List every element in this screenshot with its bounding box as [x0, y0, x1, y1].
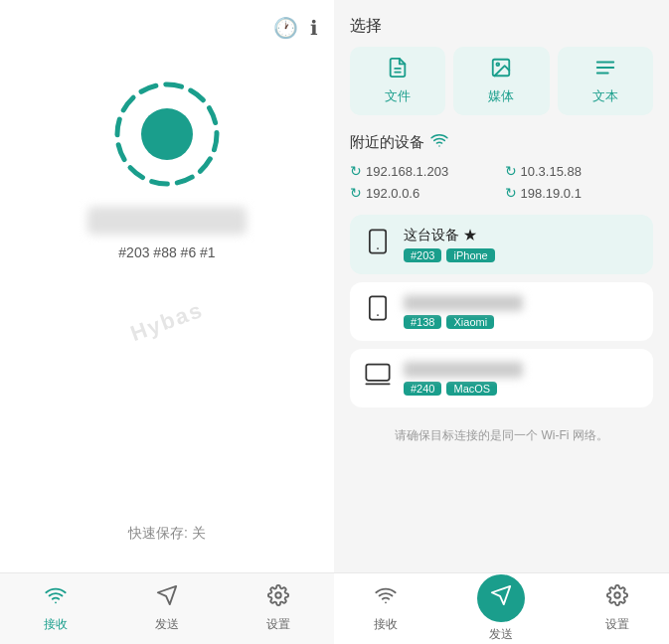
svg-point-1 [55, 601, 57, 603]
nav-settings-left[interactable]: 设置 [266, 584, 290, 633]
history-icon[interactable]: 🕐 [273, 16, 298, 40]
nav-send-right[interactable]: 发送 [477, 574, 525, 643]
svg-point-0 [117, 84, 217, 184]
wifi-icon-left [45, 584, 67, 612]
device-name-blurred-3 [404, 362, 523, 378]
device-tags-2: #138 Xiaomi [404, 315, 523, 329]
top-icons: 🕐 ℹ [273, 16, 318, 40]
svg-point-11 [438, 145, 440, 147]
ip-address-4: 198.19.0.1 [521, 186, 582, 201]
refresh-icon-4: ↻ [505, 185, 517, 201]
device-card-1[interactable]: 这台设备 ★ #203 iPhone [350, 215, 653, 274]
media-icon [490, 57, 512, 83]
send-icon-right [490, 584, 512, 612]
settings-icon-left [267, 584, 289, 612]
ip-item-1: ↻ 192.168.1.203 [350, 163, 499, 179]
device-name-row-1: 这台设备 ★ [404, 227, 495, 244]
device-name-blurred-2 [404, 295, 523, 311]
device-list: 这台设备 ★ #203 iPhone [350, 215, 653, 407]
svg-point-7 [497, 63, 500, 66]
device-tags-3: #240 MacOS [404, 382, 523, 396]
nav-receive-left-label: 接收 [44, 616, 68, 633]
logo-area: #203 #88 #6 #1 [87, 80, 247, 260]
nav-settings-right[interactable]: 设置 [605, 584, 629, 633]
svg-point-20 [614, 592, 620, 598]
laptop-icon-3 [364, 361, 392, 396]
choose-buttons: 文件 媒体 [350, 47, 653, 115]
svg-rect-12 [370, 230, 386, 252]
device-tag-3-id: #240 [404, 382, 441, 396]
device-card-3[interactable]: #240 MacOS [350, 349, 653, 407]
device-info-3: #240 MacOS [404, 362, 523, 396]
refresh-icon-2: ↻ [505, 163, 517, 179]
wifi-notice: 请确保目标连接的是同一个 Wi-Fi 网络。 [350, 419, 653, 448]
device-tag-3-type: MacOS [446, 382, 497, 396]
device-info-2: #138 Xiaomi [404, 295, 523, 329]
left-panel: 🕐 ℹ #203 #88 #6 #1 Hybas 快速保存: 关 接收 [0, 0, 334, 644]
svg-rect-14 [370, 296, 386, 319]
nav-receive-right[interactable]: 接收 [374, 584, 398, 633]
nearby-header: 附近的设备 [350, 131, 653, 153]
svg-marker-19 [492, 586, 510, 604]
choose-section-label: 选择 [350, 16, 653, 37]
dashed-ring-svg [112, 80, 222, 189]
choose-media-label: 媒体 [488, 87, 514, 105]
ip-item-3: ↻ 192.0.0.6 [350, 185, 499, 201]
device-tag-1-id: #203 [404, 248, 441, 262]
watermark: Hybas [127, 297, 207, 347]
nearby-scan-icon[interactable] [430, 131, 448, 153]
svg-marker-2 [158, 586, 176, 604]
send-circle-button[interactable] [477, 574, 525, 622]
refresh-icon-3: ↻ [350, 185, 362, 201]
right-bottom-nav: 接收 发送 设置 [334, 572, 669, 644]
device-info-1: 这台设备 ★ #203 iPhone [404, 227, 495, 262]
svg-point-3 [275, 592, 281, 598]
right-panel: 选择 文件 [334, 0, 669, 644]
choose-file-label: 文件 [385, 87, 411, 105]
nav-receive-right-label: 接收 [374, 616, 398, 633]
device-name-blurred [87, 207, 247, 235]
choose-media-button[interactable]: 媒体 [453, 47, 549, 115]
dashed-circle [112, 80, 222, 189]
svg-rect-16 [366, 365, 389, 381]
phone-icon-1 [364, 228, 392, 262]
nav-receive-left[interactable]: 接收 [44, 584, 68, 633]
wifi-icon-right [375, 584, 397, 612]
choose-text-button[interactable]: 文本 [558, 47, 653, 115]
ip-address-1: 192.168.1.203 [366, 164, 448, 179]
choose-text-label: 文本 [592, 87, 618, 105]
device-tag-2-type: Xiaomi [446, 315, 494, 329]
device-name-row-3 [404, 362, 523, 378]
device-name-text-1: 这台设备 ★ [404, 227, 477, 244]
right-content: 选择 文件 [334, 0, 669, 572]
nav-settings-left-label: 设置 [266, 616, 290, 633]
phone-icon-2 [364, 294, 392, 329]
quick-save-label: 快速保存: 关 [128, 525, 206, 543]
svg-point-18 [385, 601, 387, 603]
ip-address-2: 10.3.15.88 [521, 164, 582, 179]
choose-file-button[interactable]: 文件 [350, 47, 445, 115]
send-icon-left [156, 584, 178, 612]
device-card-2[interactable]: #138 Xiaomi [350, 282, 653, 341]
ip-item-4: ↻ 198.19.0.1 [505, 185, 654, 201]
nearby-label: 附近的设备 [350, 133, 424, 152]
file-icon [387, 57, 409, 83]
nav-send-left-label: 发送 [155, 616, 179, 633]
ip-grid: ↻ 192.168.1.203 ↻ 10.3.15.88 ↻ 192.0.0.6… [350, 163, 653, 201]
device-ids: #203 #88 #6 #1 [118, 244, 215, 260]
left-bottom-nav: 接收 发送 设置 [0, 572, 334, 644]
text-icon [594, 57, 616, 83]
device-name-row-2 [404, 295, 523, 311]
nav-send-right-label: 发送 [489, 626, 513, 643]
device-tags-1: #203 iPhone [404, 248, 495, 262]
ip-address-3: 192.0.0.6 [366, 186, 419, 201]
nav-settings-right-label: 设置 [605, 616, 629, 633]
nav-send-left[interactable]: 发送 [155, 584, 179, 633]
info-icon[interactable]: ℹ [310, 16, 318, 40]
device-tag-1-type: iPhone [446, 248, 494, 262]
device-tag-2-id: #138 [404, 315, 441, 329]
ip-item-2: ↻ 10.3.15.88 [505, 163, 654, 179]
refresh-icon-1: ↻ [350, 163, 362, 179]
settings-icon-right [606, 584, 628, 612]
